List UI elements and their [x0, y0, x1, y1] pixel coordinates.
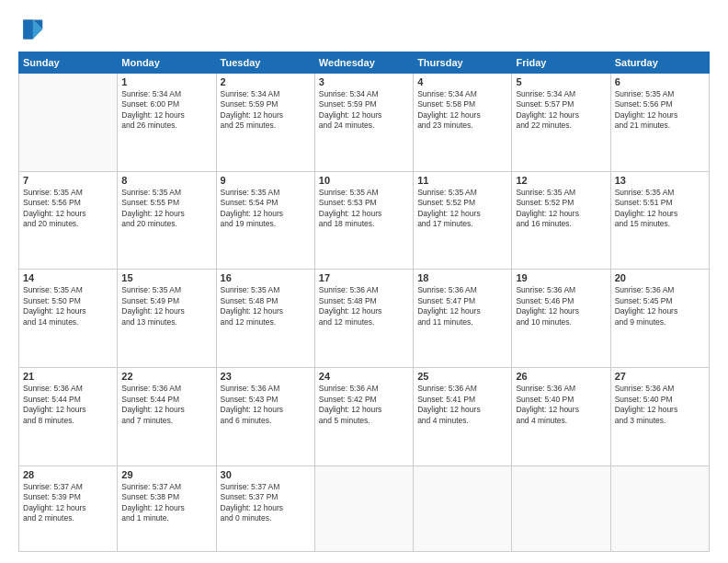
day-number: 10	[319, 175, 409, 186]
day-info: Sunrise: 5:35 AM Sunset: 5:56 PM Dayligh…	[23, 188, 113, 230]
day-number: 8	[121, 175, 211, 186]
calendar-cell: 13Sunrise: 5:35 AM Sunset: 5:51 PM Dayli…	[610, 171, 709, 270]
calendar-cell: 27Sunrise: 5:36 AM Sunset: 5:40 PM Dayli…	[610, 368, 709, 466]
calendar-cell: 15Sunrise: 5:35 AM Sunset: 5:49 PM Dayli…	[118, 270, 216, 368]
calendar-cell: 17Sunrise: 5:36 AM Sunset: 5:48 PM Dayli…	[314, 270, 413, 368]
day-number: 24	[319, 371, 409, 382]
day-info: Sunrise: 5:35 AM Sunset: 5:50 PM Dayligh…	[23, 285, 113, 327]
day-header-monday: Monday	[118, 52, 216, 74]
day-info: Sunrise: 5:36 AM Sunset: 5:40 PM Dayligh…	[615, 384, 705, 426]
day-header-thursday: Thursday	[414, 52, 512, 74]
day-number: 28	[23, 469, 113, 480]
calendar-cell: 12Sunrise: 5:35 AM Sunset: 5:52 PM Dayli…	[512, 171, 610, 270]
calendar-cell: 19Sunrise: 5:36 AM Sunset: 5:46 PM Dayli…	[512, 270, 610, 368]
day-info: Sunrise: 5:34 AM Sunset: 6:00 PM Dayligh…	[121, 89, 211, 132]
day-number: 16	[221, 272, 311, 283]
calendar-cell: 29Sunrise: 5:37 AM Sunset: 5:38 PM Dayli…	[118, 465, 216, 551]
calendar-cell: 9Sunrise: 5:35 AM Sunset: 5:54 PM Daylig…	[216, 171, 314, 270]
day-header-wednesday: Wednesday	[314, 52, 413, 74]
day-info: Sunrise: 5:35 AM Sunset: 5:52 PM Dayligh…	[417, 188, 507, 230]
calendar-cell: 24Sunrise: 5:36 AM Sunset: 5:42 PM Dayli…	[314, 368, 413, 466]
calendar-cell: 22Sunrise: 5:36 AM Sunset: 5:44 PM Dayli…	[118, 368, 216, 466]
day-number: 6	[615, 76, 705, 87]
day-info: Sunrise: 5:37 AM Sunset: 5:39 PM Dayligh…	[23, 482, 113, 524]
day-info: Sunrise: 5:34 AM Sunset: 5:59 PM Dayligh…	[221, 89, 311, 132]
day-header-friday: Friday	[512, 52, 610, 74]
calendar-cell: 3Sunrise: 5:34 AM Sunset: 5:59 PM Daylig…	[314, 74, 413, 172]
calendar-cell	[314, 465, 413, 551]
day-info: Sunrise: 5:36 AM Sunset: 5:46 PM Dayligh…	[516, 285, 606, 327]
day-info: Sunrise: 5:35 AM Sunset: 5:48 PM Dayligh…	[221, 285, 311, 327]
day-header-saturday: Saturday	[610, 52, 709, 74]
day-info: Sunrise: 5:35 AM Sunset: 5:52 PM Dayligh…	[516, 188, 606, 230]
calendar-cell: 7Sunrise: 5:35 AM Sunset: 5:56 PM Daylig…	[19, 171, 118, 270]
day-info: Sunrise: 5:34 AM Sunset: 5:59 PM Dayligh…	[319, 89, 409, 132]
day-number: 22	[121, 371, 211, 382]
day-number: 21	[23, 371, 113, 382]
day-number: 12	[516, 175, 606, 186]
day-info: Sunrise: 5:36 AM Sunset: 5:48 PM Dayligh…	[319, 285, 409, 327]
day-number: 23	[221, 371, 311, 382]
day-info: Sunrise: 5:36 AM Sunset: 5:42 PM Dayligh…	[319, 384, 409, 426]
day-info: Sunrise: 5:35 AM Sunset: 5:49 PM Dayligh…	[121, 285, 211, 327]
day-number: 13	[615, 175, 705, 186]
day-number: 25	[417, 371, 507, 382]
calendar-cell	[19, 74, 118, 172]
day-number: 7	[23, 175, 113, 186]
day-header-sunday: Sunday	[19, 52, 118, 74]
calendar-table: SundayMondayTuesdayWednesdayThursdayFrid…	[18, 52, 710, 552]
day-number: 18	[417, 272, 507, 283]
calendar-cell	[610, 465, 709, 551]
day-number: 27	[615, 371, 705, 382]
day-number: 1	[121, 76, 211, 87]
day-info: Sunrise: 5:35 AM Sunset: 5:54 PM Dayligh…	[221, 188, 311, 230]
day-info: Sunrise: 5:36 AM Sunset: 5:44 PM Dayligh…	[121, 384, 211, 426]
day-info: Sunrise: 5:34 AM Sunset: 5:57 PM Dayligh…	[516, 89, 606, 132]
calendar-cell: 18Sunrise: 5:36 AM Sunset: 5:47 PM Dayli…	[414, 270, 512, 368]
day-number: 15	[121, 272, 211, 283]
day-info: Sunrise: 5:36 AM Sunset: 5:44 PM Dayligh…	[23, 384, 113, 426]
day-info: Sunrise: 5:36 AM Sunset: 5:45 PM Dayligh…	[615, 285, 705, 327]
day-number: 11	[417, 175, 507, 186]
day-number: 2	[221, 76, 311, 87]
calendar-cell: 4Sunrise: 5:34 AM Sunset: 5:58 PM Daylig…	[414, 74, 512, 172]
day-info: Sunrise: 5:37 AM Sunset: 5:38 PM Dayligh…	[121, 482, 211, 524]
calendar-cell: 1Sunrise: 5:34 AM Sunset: 6:00 PM Daylig…	[118, 74, 216, 172]
day-info: Sunrise: 5:36 AM Sunset: 5:41 PM Dayligh…	[417, 384, 507, 426]
calendar-cell: 20Sunrise: 5:36 AM Sunset: 5:45 PM Dayli…	[610, 270, 709, 368]
calendar-cell: 10Sunrise: 5:35 AM Sunset: 5:53 PM Dayli…	[314, 171, 413, 270]
calendar-cell: 16Sunrise: 5:35 AM Sunset: 5:48 PM Dayli…	[216, 270, 314, 368]
day-number: 26	[516, 371, 606, 382]
calendar-cell: 5Sunrise: 5:34 AM Sunset: 5:57 PM Daylig…	[512, 74, 610, 172]
day-number: 20	[615, 272, 705, 283]
day-info: Sunrise: 5:35 AM Sunset: 5:55 PM Dayligh…	[121, 188, 211, 230]
day-number: 9	[221, 175, 311, 186]
day-info: Sunrise: 5:34 AM Sunset: 5:58 PM Dayligh…	[417, 89, 507, 132]
calendar-cell: 26Sunrise: 5:36 AM Sunset: 5:40 PM Dayli…	[512, 368, 610, 466]
header	[18, 17, 710, 42]
calendar-cell: 25Sunrise: 5:36 AM Sunset: 5:41 PM Dayli…	[414, 368, 512, 466]
calendar-cell	[414, 465, 512, 551]
day-info: Sunrise: 5:36 AM Sunset: 5:43 PM Dayligh…	[221, 384, 311, 426]
day-info: Sunrise: 5:36 AM Sunset: 5:40 PM Dayligh…	[516, 384, 606, 426]
svg-marker-3	[23, 20, 33, 40]
calendar-cell: 14Sunrise: 5:35 AM Sunset: 5:50 PM Dayli…	[19, 270, 118, 368]
calendar-cell: 2Sunrise: 5:34 AM Sunset: 5:59 PM Daylig…	[216, 74, 314, 172]
day-number: 3	[319, 76, 409, 87]
day-number: 5	[516, 76, 606, 87]
day-number: 4	[417, 76, 507, 87]
day-number: 14	[23, 272, 113, 283]
day-info: Sunrise: 5:37 AM Sunset: 5:37 PM Dayligh…	[221, 482, 311, 524]
day-header-tuesday: Tuesday	[216, 52, 314, 74]
day-number: 30	[221, 469, 311, 480]
calendar-cell: 21Sunrise: 5:36 AM Sunset: 5:44 PM Dayli…	[19, 368, 118, 466]
logo	[18, 17, 48, 42]
calendar-cell: 6Sunrise: 5:35 AM Sunset: 5:56 PM Daylig…	[610, 74, 709, 172]
calendar-cell: 11Sunrise: 5:35 AM Sunset: 5:52 PM Dayli…	[414, 171, 512, 270]
day-info: Sunrise: 5:35 AM Sunset: 5:53 PM Dayligh…	[319, 188, 409, 230]
day-info: Sunrise: 5:35 AM Sunset: 5:56 PM Dayligh…	[615, 89, 705, 132]
calendar-cell: 30Sunrise: 5:37 AM Sunset: 5:37 PM Dayli…	[216, 465, 314, 551]
day-info: Sunrise: 5:35 AM Sunset: 5:51 PM Dayligh…	[615, 188, 705, 230]
page: SundayMondayTuesdayWednesdayThursdayFrid…	[0, 0, 728, 563]
day-number: 19	[516, 272, 606, 283]
